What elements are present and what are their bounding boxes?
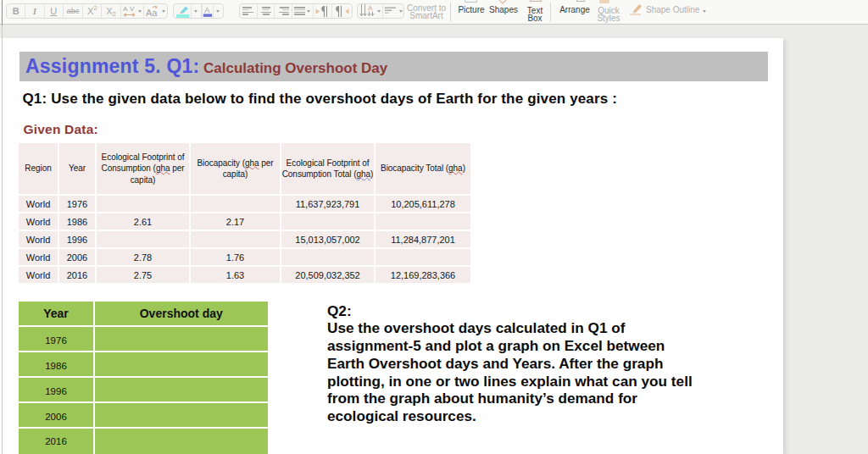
svg-text:A: A [204,5,210,14]
svg-text:A: A [368,4,373,12]
svg-text:V: V [130,5,135,13]
svg-text:A: A [123,5,128,13]
svg-text:Aa: Aa [146,8,158,18]
